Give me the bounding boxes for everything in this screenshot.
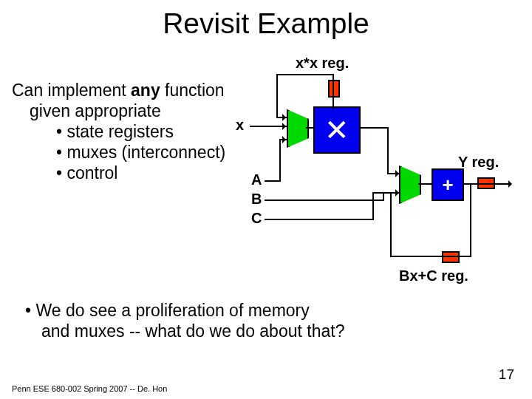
- wire-A-up: [279, 139, 281, 182]
- wire-bxc-up: [390, 194, 392, 257]
- wire-muxtop-mul: [306, 127, 315, 129]
- wire-xx-down: [276, 74, 278, 117]
- reg-bxc: [442, 251, 460, 263]
- wire-A: [265, 180, 281, 182]
- wire-xx-left: [276, 74, 334, 75]
- mux-bottom: [399, 166, 421, 204]
- arrow-y-out: [508, 180, 512, 188]
- slide-number: 17: [499, 366, 514, 383]
- proliferation-line-2: and muxes -- what do we do about that?: [41, 321, 344, 341]
- reg-xx: [328, 80, 340, 98]
- arrow-xx-into-mux: [282, 114, 286, 121]
- arrow-BC-muxb: [395, 189, 399, 197]
- label-xx-reg: x*x reg.: [296, 55, 349, 72]
- wire-B: [265, 200, 383, 201]
- mux-top: [287, 109, 309, 148]
- proliferation-text: • We do see a proliferation of memory an…: [25, 300, 344, 341]
- proliferation-line-1: • We do see a proliferation of memory: [25, 300, 344, 321]
- wire-x-in: [250, 126, 287, 127]
- wire-add-down: [470, 183, 471, 257]
- wire-C-up: [372, 192, 374, 220]
- label-A: A: [251, 171, 262, 188]
- label-C: C: [251, 210, 262, 227]
- label-bxc-reg: Bx+C reg.: [399, 267, 468, 284]
- wire-muxb-add: [418, 183, 433, 185]
- wire-xx-up: [332, 74, 334, 109]
- adder-block: +: [432, 168, 464, 201]
- label-x: x: [236, 117, 244, 134]
- wire-C: [265, 219, 372, 220]
- footer-text: Penn ESE 680-002 Spring 2007 -- De. Hon: [12, 384, 167, 393]
- wire-mul-down: [387, 127, 389, 173]
- label-y-reg: Y reg.: [458, 154, 499, 171]
- multiplier-block: ✕: [313, 106, 361, 154]
- wire-mul-right: [359, 127, 389, 129]
- arrow-A-in: [282, 136, 286, 143]
- label-B: B: [251, 191, 262, 208]
- arrow-x-in: [282, 123, 286, 130]
- wire-bxc-left: [390, 256, 471, 257]
- arrow-mul-muxb: [395, 170, 399, 177]
